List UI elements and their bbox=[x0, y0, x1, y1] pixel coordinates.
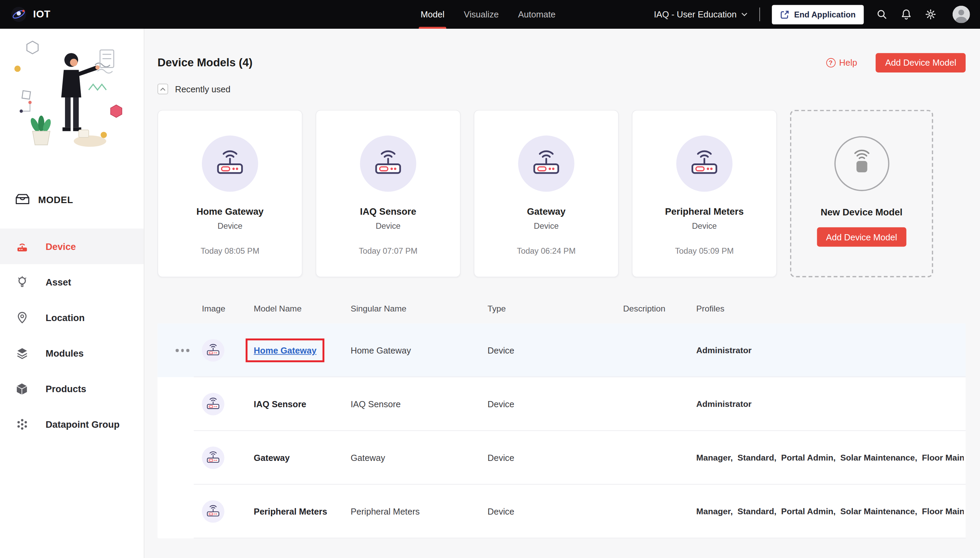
column-header-description: Description bbox=[623, 304, 665, 313]
column-header-profiles: Profiles bbox=[696, 304, 724, 313]
brand[interactable]: IOT bbox=[0, 6, 51, 22]
sidebar-menu: Device Asset bbox=[0, 229, 144, 442]
nav-tab-model[interactable]: Model bbox=[421, 0, 444, 29]
user-avatar[interactable] bbox=[953, 5, 970, 23]
sidebar-item-label: Location bbox=[46, 312, 84, 323]
router-device-icon bbox=[205, 503, 221, 519]
recently-used-cards: Home Gateway Device Today 08:05 PM IAQ S… bbox=[158, 110, 966, 277]
new-card-title: New Device Model bbox=[791, 207, 932, 217]
row-device-icon-circle bbox=[202, 339, 224, 362]
topbar-divider bbox=[759, 8, 760, 21]
card-timestamp: Today 08:05 PM bbox=[158, 246, 302, 255]
device-models-table: Home Gateway Home Gateway Device Adminis… bbox=[158, 323, 966, 538]
model-name-cell[interactable]: Peripheral Meters bbox=[254, 506, 327, 516]
iot-logo-icon bbox=[11, 6, 27, 22]
column-header-singular-name: Singular Name bbox=[351, 304, 406, 313]
row-device-icon-circle bbox=[202, 500, 224, 523]
column-header-model-name: Model Name bbox=[254, 304, 302, 313]
table-row[interactable]: IAQ Sensore IAQ Sensore Device Administr… bbox=[158, 377, 966, 431]
sidebar-item-products[interactable]: Products bbox=[0, 371, 144, 407]
new-device-model-card: New Device Model Add Device Model bbox=[790, 110, 933, 277]
new-device-icon bbox=[846, 148, 877, 179]
help-icon: ? bbox=[826, 58, 835, 67]
router-device-icon bbox=[529, 147, 563, 181]
model-name-link[interactable]: Home Gateway bbox=[254, 345, 317, 355]
chevron-down-icon bbox=[741, 13, 747, 16]
router-device-icon bbox=[205, 396, 221, 412]
model-box-icon bbox=[15, 194, 30, 205]
sidebar-section-label: MODEL bbox=[38, 194, 73, 205]
card-title: Peripheral Meters bbox=[632, 206, 776, 217]
collapse-recently-used-button[interactable] bbox=[158, 84, 168, 94]
table-row[interactable]: Gateway Gateway Device Manager, Standard… bbox=[158, 431, 966, 484]
sidebar: MODEL Device bbox=[0, 29, 145, 558]
sidebar-item-device[interactable]: Device bbox=[0, 229, 144, 264]
sidebar-item-datapoint-group[interactable]: Datapoint Group bbox=[0, 407, 144, 442]
type-cell: Device bbox=[488, 453, 514, 463]
device-model-card[interactable]: IAQ Sensore Device Today 07:07 PM bbox=[316, 110, 460, 277]
app-root: IOT Model Visualize Automate IAQ - User … bbox=[0, 0, 980, 558]
router-device-icon bbox=[687, 147, 721, 181]
end-application-button[interactable]: End Application bbox=[771, 5, 864, 24]
annotation-highlight: Home Gateway bbox=[246, 338, 325, 362]
model-name-cell[interactable]: Gateway bbox=[254, 453, 290, 463]
profiles-cell: Manager, Standard, Portal Admin, Solar M… bbox=[696, 507, 964, 516]
main-content: Device Models (4) ? Help Add Device Mode… bbox=[145, 29, 980, 558]
router-device-icon bbox=[371, 147, 405, 181]
sidebar-item-label: Datapoint Group bbox=[46, 419, 119, 430]
table-row[interactable]: Home Gateway Home Gateway Device Adminis… bbox=[158, 323, 966, 377]
sidebar-item-modules[interactable]: Modules bbox=[0, 335, 144, 371]
device-model-card[interactable]: Peripheral Meters Device Today 05:09 PM bbox=[632, 110, 777, 277]
help-link[interactable]: ? Help bbox=[826, 57, 857, 67]
settings-gear-icon[interactable] bbox=[924, 8, 937, 21]
page-header: Device Models (4) ? Help Add Device Mode… bbox=[158, 52, 966, 72]
singular-name-cell: IAQ Sensore bbox=[351, 399, 401, 409]
device-icon-circle bbox=[518, 135, 574, 192]
card-type: Device bbox=[316, 221, 460, 230]
page-title: Device Models (4) bbox=[158, 56, 253, 69]
singular-name-cell: Home Gateway bbox=[351, 345, 411, 355]
new-device-icon-circle bbox=[834, 136, 889, 191]
sidebar-item-asset[interactable]: Asset bbox=[0, 264, 144, 300]
device-icon bbox=[14, 240, 30, 252]
profiles-cell: Administrator bbox=[696, 399, 964, 409]
profiles-cell: Administrator bbox=[696, 346, 964, 355]
device-model-card[interactable]: Gateway Device Today 06:24 PM bbox=[474, 110, 619, 277]
model-name-cell[interactable]: IAQ Sensore bbox=[254, 399, 306, 409]
add-device-model-card-button[interactable]: Add Device Model bbox=[817, 227, 906, 247]
top-nav: Model Visualize Automate bbox=[421, 0, 555, 29]
brand-name: IOT bbox=[33, 9, 51, 20]
topbar-right: IAQ - User Education End Application bbox=[654, 0, 970, 29]
device-icon-circle bbox=[202, 135, 258, 192]
modules-layers-icon bbox=[14, 347, 30, 359]
sidebar-item-label: Device bbox=[46, 241, 76, 252]
card-title: IAQ Sensore bbox=[316, 206, 460, 217]
row-actions-icon[interactable] bbox=[176, 349, 189, 352]
type-cell: Device bbox=[488, 399, 514, 409]
card-type: Device bbox=[158, 221, 302, 230]
table-header: Image Model Name Singular Name Type Desc… bbox=[158, 304, 966, 315]
sidebar-item-location[interactable]: Location bbox=[0, 300, 144, 335]
nav-tab-visualize[interactable]: Visualize bbox=[464, 0, 499, 29]
notifications-bell-icon[interactable] bbox=[900, 8, 913, 21]
app-selector[interactable]: IAQ - User Education bbox=[654, 9, 747, 19]
add-device-model-button[interactable]: Add Device Model bbox=[876, 53, 966, 72]
table-row[interactable]: Peripheral Meters Peripheral Meters Devi… bbox=[158, 484, 966, 538]
sidebar-section-model: MODEL bbox=[15, 194, 73, 205]
card-timestamp: Today 07:07 PM bbox=[316, 246, 460, 255]
topbar: IOT Model Visualize Automate IAQ - User … bbox=[0, 0, 980, 29]
row-device-icon-circle bbox=[202, 446, 224, 469]
type-cell: Device bbox=[488, 345, 514, 355]
device-model-card[interactable]: Home Gateway Device Today 08:05 PM bbox=[158, 110, 303, 277]
datapoint-group-dots-icon bbox=[14, 419, 30, 430]
router-device-icon bbox=[213, 147, 247, 181]
card-type: Device bbox=[632, 221, 776, 230]
help-label: Help bbox=[839, 57, 857, 67]
products-box-icon bbox=[14, 382, 30, 395]
profiles-cell: Manager, Standard, Portal Admin, Solar M… bbox=[696, 453, 964, 462]
nav-tab-automate[interactable]: Automate bbox=[518, 0, 555, 29]
card-title: Home Gateway bbox=[158, 206, 302, 217]
search-icon[interactable] bbox=[876, 8, 888, 21]
singular-name-cell: Gateway bbox=[351, 453, 385, 463]
app-selector-label: IAQ - User Education bbox=[654, 9, 737, 19]
